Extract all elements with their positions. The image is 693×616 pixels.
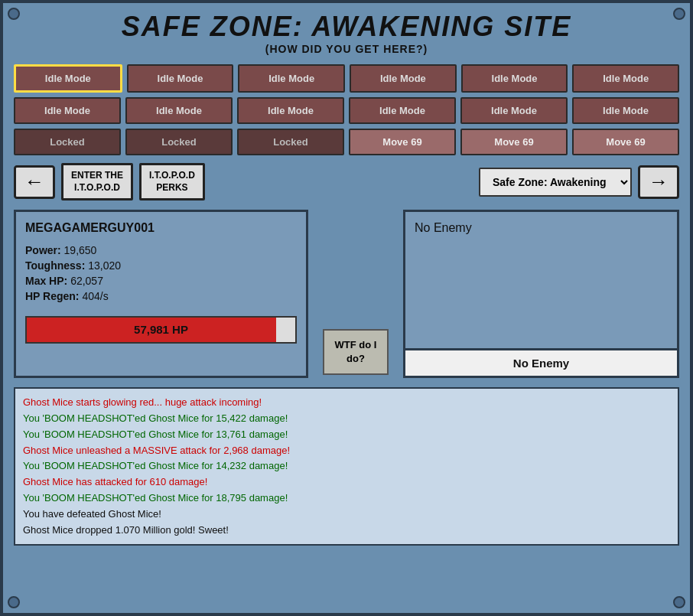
grid-btn-2-5[interactable]: Idle Mode (460, 97, 568, 124)
hp-bar-text: 57,981 HP (27, 318, 295, 342)
hp-regen-label: HP Regen: (25, 290, 80, 302)
combat-area: MEGAGAMERGUY001 Power: 19,650 Toughness:… (3, 205, 690, 383)
page-title: SAFE ZONE: AWAKENING SITE (3, 11, 690, 43)
grid-btn-2-6[interactable]: Idle Mode (572, 97, 679, 124)
toughness-label: Toughness: (25, 259, 85, 272)
enemy-hp-text: No Enemy (513, 357, 569, 370)
log-entry: Ghost Mice starts glowing red... huge at… (23, 395, 670, 411)
screw-tr (673, 8, 685, 20)
toughness-value: 13,020 (88, 259, 121, 272)
left-arrow-button[interactable]: ← (14, 165, 55, 199)
power-value: 19,650 (64, 244, 97, 256)
button-grid: Idle Mode Idle Mode Idle Mode Idle Mode … (3, 58, 690, 158)
log-entry: You 'BOOM HEADSHOT'ed Ghost Mice for 14,… (23, 458, 670, 474)
grid-btn-1-3[interactable]: Idle Mode (238, 64, 345, 93)
grid-btn-3-5[interactable]: Move 69 (460, 129, 568, 155)
log-entry: Ghost Mice has attacked for 610 damage! (23, 474, 670, 491)
nav-bar: ← ENTER THE I.T.O.P.O.D I.T.O.P.O.D PERK… (3, 158, 690, 205)
hp-bar-container: 57,981 HP (25, 316, 297, 344)
player-panel: MEGAGAMERGUY001 Power: 19,650 Toughness:… (14, 210, 308, 378)
player-power: Power: 19,650 (25, 244, 297, 256)
log-entry: Ghost Mice unleashed a MASSIVE attack fo… (23, 443, 670, 459)
grid-btn-3-2[interactable]: Locked (125, 129, 233, 155)
max-hp-value: 62,057 (70, 275, 103, 287)
log-entry: You 'BOOM HEADSHOT'ed Ghost Mice for 15,… (23, 411, 670, 427)
grid-btn-2-1[interactable]: Idle Mode (14, 97, 121, 124)
grid-btn-3-4[interactable]: Move 69 (349, 129, 456, 155)
grid-btn-1-4[interactable]: Idle Mode (350, 64, 457, 93)
itopod-perks-button[interactable]: I.T.O.P.O.D PERKS (139, 163, 205, 200)
grid-btn-1-5[interactable]: Idle Mode (461, 64, 568, 93)
grid-btn-1-6[interactable]: Idle Mode (572, 64, 679, 93)
grid-btn-1-1[interactable]: Idle Mode (14, 64, 122, 93)
grid-btn-1-2[interactable]: Idle Mode (127, 64, 234, 93)
player-max-hp: Max HP: 62,057 (25, 275, 297, 287)
screw-tl (8, 8, 20, 20)
hp-regen-value: 404/s (82, 290, 108, 302)
wtf-button[interactable]: WTF do I do? (323, 329, 389, 375)
max-hp-label: Max HP: (25, 275, 67, 287)
enter-itopod-button[interactable]: ENTER THE I.T.O.P.O.D (61, 163, 133, 200)
zone-select[interactable]: Safe Zone: Awakening (479, 168, 632, 197)
log-entry: Ghost Mice dropped 1.070 Million gold! S… (23, 523, 670, 539)
player-hp-regen: HP Regen: 404/s (25, 290, 297, 302)
middle-column: WTF do I do? (317, 210, 394, 378)
power-label: Power: (25, 244, 61, 256)
combat-log: Ghost Mice starts glowing red... huge at… (14, 387, 679, 546)
player-name: MEGAGAMERGUY001 (25, 221, 297, 235)
zone-select-wrapper: Safe Zone: Awakening (479, 168, 632, 197)
grid-btn-2-4[interactable]: Idle Mode (349, 97, 456, 124)
log-entry: You 'BOOM HEADSHOT'ed Ghost Mice for 13,… (23, 427, 670, 443)
screw-bl (8, 596, 20, 608)
enemy-area: No Enemy (405, 212, 677, 348)
grid-btn-2-2[interactable]: Idle Mode (125, 97, 233, 124)
grid-btn-2-3[interactable]: Idle Mode (237, 97, 344, 124)
screw-br (673, 596, 685, 608)
player-toughness: Toughness: 13,020 (25, 259, 297, 272)
grid-btn-3-6[interactable]: Move 69 (572, 129, 679, 155)
page-subtitle: (HOW DID YOU GET HERE?) (3, 43, 690, 55)
grid-btn-3-3[interactable]: Locked (237, 129, 344, 155)
enemy-name: No Enemy (415, 221, 668, 235)
grid-btn-3-1[interactable]: Locked (14, 129, 121, 155)
enemy-hp-bar: No Enemy (405, 348, 677, 376)
main-container: SAFE ZONE: AWAKENING SITE (HOW DID YOU G… (0, 0, 693, 616)
enemy-panel: No Enemy No Enemy (403, 210, 679, 378)
log-entry: You 'BOOM HEADSHOT'ed Ghost Mice for 18,… (23, 491, 670, 507)
header: SAFE ZONE: AWAKENING SITE (HOW DID YOU G… (3, 3, 690, 58)
right-arrow-button[interactable]: → (638, 165, 679, 199)
button-row-3: Locked Locked Locked Move 69 Move 69 Mov… (14, 129, 679, 155)
log-entry: You have defeated Ghost Mice! (23, 507, 670, 523)
button-row-1: Idle Mode Idle Mode Idle Mode Idle Mode … (14, 64, 679, 93)
button-row-2: Idle Mode Idle Mode Idle Mode Idle Mode … (14, 97, 679, 124)
